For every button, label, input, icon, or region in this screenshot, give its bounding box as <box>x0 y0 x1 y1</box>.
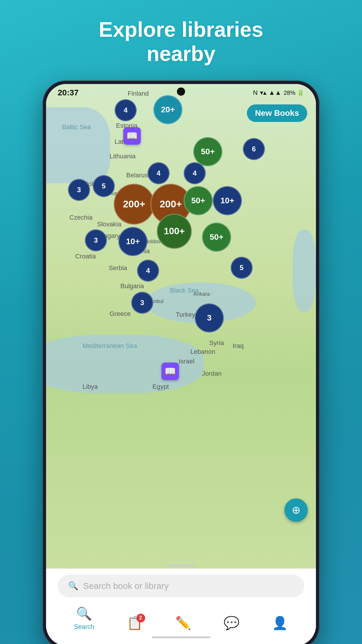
nav-item-search[interactable]: 🔍 Search <box>74 606 94 631</box>
location-button[interactable]: ⊕ <box>284 498 308 522</box>
water-baltic <box>46 107 110 183</box>
cluster-10plus-lower[interactable]: 10+ <box>118 227 147 256</box>
cluster-3-hungary[interactable]: 3 <box>85 229 107 251</box>
battery-icon: 28% 🔋 <box>284 89 304 96</box>
search-bar[interactable]: 🔍 Search book or library <box>58 575 304 597</box>
edit-icon: ✏️ <box>175 615 191 631</box>
nav-bar: 🔍 Search 📋 2 ✏️ 💬 👤 <box>58 603 304 636</box>
new-books-button[interactable]: New Books <box>247 104 307 122</box>
cluster-4-finland[interactable]: 4 <box>115 99 137 121</box>
nav-item-profile[interactable]: 👤 <box>272 615 288 631</box>
wifi-icon: ▾▴ <box>260 89 266 97</box>
cluster-4-center2[interactable]: 4 <box>184 162 206 184</box>
water-mediterranean <box>46 335 203 393</box>
cluster-3-left[interactable]: 3 <box>68 179 90 201</box>
cluster-200plus-left[interactable]: 200+ <box>114 184 154 225</box>
location-icon: ⊕ <box>292 504 301 516</box>
book-pin-latvia[interactable]: 📖 <box>123 127 141 145</box>
chat-icon: 💬 <box>224 615 240 631</box>
cluster-100plus[interactable]: 100+ <box>157 214 192 249</box>
nfc-icon: N <box>253 89 258 97</box>
cluster-4-romania[interactable]: 4 <box>137 260 159 282</box>
status-icons: N ▾▴ ▲▲ 28% 🔋 <box>253 89 304 97</box>
bottom-area: 🔍 Search book or library 🔍 Search 📋 2 ✏️… <box>46 568 316 644</box>
scroll-indicator <box>166 565 196 566</box>
signal-icon: ▲▲ <box>269 89 282 97</box>
cluster-50plus-east[interactable]: 50+ <box>193 137 222 166</box>
status-time: 20:37 <box>58 88 79 97</box>
nav-item-edit[interactable]: ✏️ <box>175 615 191 631</box>
status-bar: 20:37 N ▾▴ ▲▲ 28% 🔋 <box>46 84 316 102</box>
search-nav-label: Search <box>74 623 94 631</box>
phone-inner: 20:37 N ▾▴ ▲▲ 28% 🔋 Finland Estonia Latv… <box>46 84 316 644</box>
cluster-50plus-lower[interactable]: 50+ <box>202 223 231 252</box>
camera-notch <box>177 88 185 96</box>
map-area: Finland Estonia Latvia Lithuania Belarus… <box>46 84 316 568</box>
phone-container: 20:37 N ▾▴ ▲▲ 28% 🔋 Finland Estonia Latv… <box>43 80 319 644</box>
cluster-5[interactable]: 5 <box>93 175 115 197</box>
cluster-5-east[interactable]: 5 <box>231 257 253 279</box>
cluster-3-turkey-e[interactable]: 3 <box>195 303 224 332</box>
profile-icon: 👤 <box>272 615 288 631</box>
search-placeholder-text: Search book or library <box>83 581 168 591</box>
cluster-10plus-right[interactable]: 10+ <box>213 186 242 215</box>
search-icon: 🔍 <box>68 581 78 591</box>
cluster-3-turkey-w[interactable]: 3 <box>131 292 153 314</box>
cluster-6-right[interactable]: 6 <box>243 138 265 160</box>
book-pin-israel[interactable]: 📖 <box>161 363 179 380</box>
nav-item-chat[interactable]: 💬 <box>224 615 240 631</box>
cluster-50plus-mid[interactable]: 50+ <box>184 186 213 215</box>
page-title: Explore libraries nearby <box>99 18 263 66</box>
nav-item-bookmarks[interactable]: 📋 2 <box>127 615 143 631</box>
cluster-4-center1[interactable]: 4 <box>147 162 170 184</box>
home-indicator <box>152 636 210 638</box>
bookmarks-badge: 2 <box>136 614 145 622</box>
water-caspian <box>293 230 316 312</box>
search-nav-icon: 🔍 <box>76 606 92 621</box>
